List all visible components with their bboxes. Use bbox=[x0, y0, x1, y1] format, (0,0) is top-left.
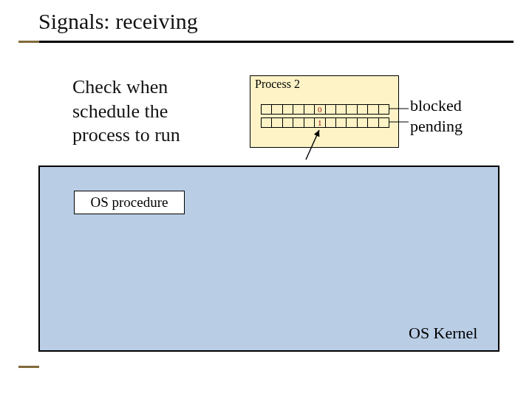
bit-cell bbox=[293, 117, 303, 128]
bit-cell: 0 bbox=[314, 104, 324, 115]
bit-cell bbox=[304, 104, 314, 115]
bit-cell bbox=[282, 104, 293, 115]
blocked-label: blocked bbox=[410, 96, 462, 115]
pending-bitfield: 1 bbox=[261, 117, 389, 128]
bit-cell bbox=[357, 104, 367, 115]
check-line-2: schedule the bbox=[72, 100, 168, 122]
bit-cell bbox=[293, 104, 303, 115]
bit-cell bbox=[271, 117, 282, 128]
footer-accent bbox=[18, 366, 39, 368]
os-procedure-box: OS procedure bbox=[74, 191, 185, 214]
bit-cell: 1 bbox=[314, 117, 324, 128]
bit-cell bbox=[378, 117, 389, 128]
bit-cell bbox=[378, 104, 389, 115]
bit-cell bbox=[335, 117, 346, 128]
process2-box: Process 2 0 1 bbox=[250, 75, 399, 148]
bit-cell bbox=[325, 117, 335, 128]
bit-cell bbox=[271, 104, 282, 115]
bit-cell bbox=[367, 104, 378, 115]
process2-title: Process 2 bbox=[255, 78, 300, 91]
check-line-1: Check when bbox=[72, 76, 168, 98]
blocked-bitfield: 0 bbox=[261, 104, 389, 115]
slide-title: Signals: receiving bbox=[38, 9, 198, 34]
pending-label: pending bbox=[410, 117, 463, 136]
bit-cell bbox=[304, 117, 314, 128]
bit-cell bbox=[346, 104, 356, 115]
bit-cell bbox=[325, 104, 335, 115]
bit-cell bbox=[346, 117, 356, 128]
check-line-3: process to run bbox=[72, 124, 180, 146]
bit-cell bbox=[335, 104, 346, 115]
bit-cell bbox=[261, 104, 271, 115]
os-kernel-label: OS Kernel bbox=[409, 324, 477, 343]
title-accent bbox=[18, 41, 39, 43]
bit-cell bbox=[282, 117, 293, 128]
scheduler-check-text: Check when schedule the process to run bbox=[72, 75, 180, 148]
bit-cell bbox=[357, 117, 367, 128]
title-underline bbox=[18, 41, 514, 43]
bit-cell bbox=[261, 117, 271, 128]
bit-cell bbox=[367, 117, 378, 128]
